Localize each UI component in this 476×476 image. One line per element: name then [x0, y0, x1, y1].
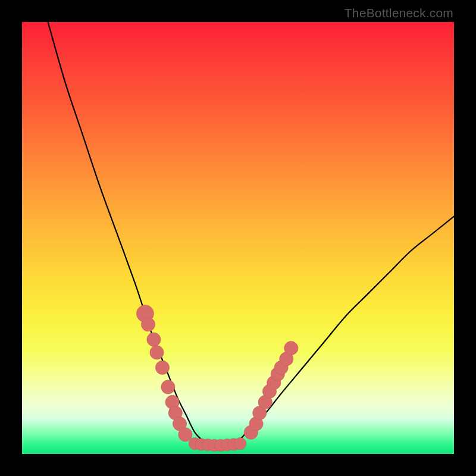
- curve-markers: [136, 305, 298, 452]
- curve-marker: [178, 428, 192, 441]
- curve-marker: [284, 342, 298, 355]
- chart-stage: TheBottleneck.com: [0, 0, 476, 476]
- plot-area: [22, 22, 454, 454]
- curve-marker: [150, 346, 164, 359]
- curve-layer: [22, 22, 454, 454]
- curve-marker: [147, 333, 161, 346]
- curve-marker: [155, 361, 169, 374]
- curve-marker: [234, 437, 246, 449]
- curve-marker: [161, 380, 175, 394]
- curve-marker: [141, 318, 155, 331]
- watermark-text: TheBottleneck.com: [345, 6, 453, 20]
- bottleneck-curve: [48, 22, 454, 446]
